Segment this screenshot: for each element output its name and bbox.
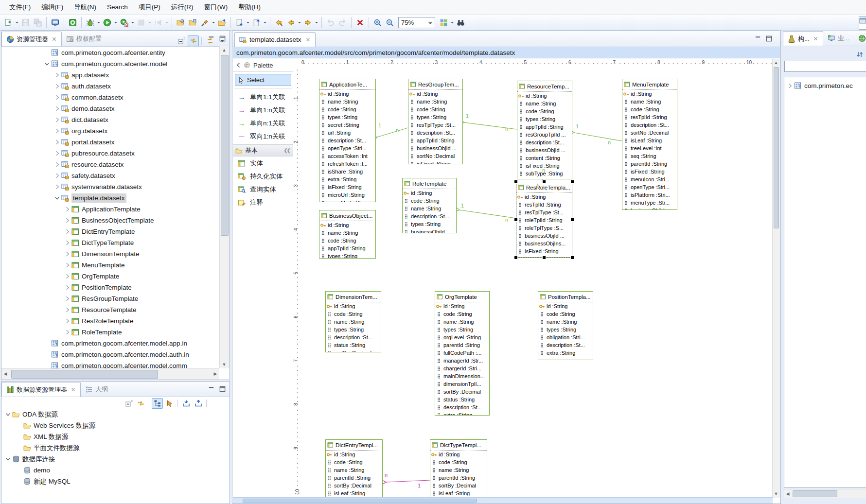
entity-header[interactable]: ResourceTemp... <box>517 81 572 92</box>
entity-field[interactable]: sortBy :Decimal <box>435 388 489 396</box>
chevron-closed-icon[interactable] <box>53 94 61 101</box>
entity-field[interactable]: businessObjId <box>622 207 677 210</box>
selection-handle[interactable] <box>542 256 546 260</box>
palette-tool-注释[interactable]: 注释 <box>233 196 293 209</box>
run-button[interactable] <box>102 17 113 28</box>
entity-field[interactable]: code :String <box>430 458 487 466</box>
tree-item[interactable]: RoleTemplate <box>64 327 122 338</box>
entity-business-object-template[interactable]: BusinessObject...id :Stringname :Stringc… <box>319 210 376 259</box>
entity-field[interactable]: microUrl :String <box>319 191 375 199</box>
tree-item[interactable]: demo.datasetx <box>53 103 115 114</box>
palette-tool-单向n:1关联[interactable]: →单向n:1关联 <box>233 117 293 130</box>
entity-field[interactable]: menuType :Str... <box>622 199 677 207</box>
tree-item[interactable]: ODA 数据源 <box>4 409 58 420</box>
chevron-closed-icon[interactable] <box>53 183 61 191</box>
entity-field[interactable]: parentId :String <box>435 341 489 349</box>
menu-item[interactable]: 文件(F) <box>4 0 36 14</box>
tree-item[interactable]: XML 数据源 <box>16 431 69 442</box>
tree-item[interactable]: ?com.primeton.gocom.afcenter.model <box>43 58 167 70</box>
tree-item[interactable]: common.datasetx <box>53 92 124 103</box>
entity-org-template[interactable]: OrgTemplateid :Stringcode :Stringname :S… <box>435 291 490 416</box>
tree-item[interactable]: ?com.primeton.gocom.afcenter.entity <box>43 47 165 58</box>
entity-field[interactable]: name :String <box>326 318 381 326</box>
tree-item[interactable]: ApplicationTemplate <box>64 204 141 215</box>
entity-field[interactable]: id :String <box>516 193 572 201</box>
entity-field[interactable]: secret :String <box>319 121 375 129</box>
scrollbar-thumb[interactable] <box>774 67 779 228</box>
entity-field[interactable]: sortBy :Decimal <box>326 482 382 489</box>
entity-field[interactable]: id :String <box>326 302 381 310</box>
tree-item[interactable]: ResRoleTemplate <box>64 315 134 327</box>
collapse-all-button[interactable] <box>176 35 187 46</box>
entity-field[interactable]: types :String <box>435 326 489 333</box>
tree-item[interactable]: systemvariable.datasetx <box>53 181 142 192</box>
chevron-open-icon[interactable] <box>53 194 61 202</box>
chevron-down-icon[interactable] <box>428 22 432 26</box>
entity-field[interactable]: dimensionTplI... <box>435 380 489 388</box>
export-folder-button[interactable] <box>216 17 228 28</box>
scroll-up-icon[interactable]: ▲ <box>220 46 228 54</box>
chevron-closed-icon[interactable] <box>64 250 71 258</box>
new-wizard-button[interactable] <box>3 17 14 28</box>
tree-item[interactable]: ?com.primeton.gocom.afcenter.model.comm <box>43 360 187 368</box>
entity-header[interactable]: DimensionTem... <box>326 292 381 302</box>
menu-item[interactable]: 运行(R) <box>166 0 199 14</box>
entity-field[interactable]: sortBy :Decimal <box>430 482 487 489</box>
entity-field[interactable]: name :String <box>403 205 456 212</box>
right-horizontal-scrollbar[interactable]: ◀ <box>784 489 866 498</box>
entity-dict-entry-template[interactable]: DictEntryTempl...id :Stringcode :Stringn… <box>325 439 383 499</box>
tab-globe[interactable] <box>854 31 866 46</box>
chevron-closed-icon[interactable] <box>64 295 71 302</box>
entity-field[interactable]: id :String <box>319 90 375 98</box>
tree-item[interactable]: BusinessObjectTemplate <box>64 215 154 226</box>
open-resource-button[interactable] <box>175 17 186 28</box>
tree-item[interactable]: ?com.primeton.gocom.afcenter.model.auth.… <box>43 349 189 360</box>
run-coverage-button[interactable]: Q <box>119 17 130 28</box>
tree-item[interactable]: 平面文件数据源 <box>16 442 80 453</box>
entity-field[interactable]: resTplType :St... <box>408 121 462 129</box>
entity-header[interactable]: DictTypeTempl... <box>430 440 487 451</box>
entity-resource-template[interactable]: ResourceTemp...id :Stringname :Stringcod… <box>517 81 572 179</box>
entity-field[interactable]: url :String <box>319 129 375 137</box>
collapse-palette-icon[interactable] <box>235 62 241 69</box>
canvas-vertical-scrollbar[interactable]: ▲ ▼ <box>772 59 780 498</box>
entity-field[interactable]: parentId :String <box>430 474 487 482</box>
entity-field[interactable]: resTplType :St... <box>516 209 572 216</box>
entity-field[interactable]: resTplId :String <box>516 201 572 209</box>
chevron-open-icon[interactable] <box>4 411 12 418</box>
tree-item[interactable]: portal.datasetx <box>53 137 115 148</box>
entity-field[interactable]: name :String <box>622 98 677 105</box>
entity-field[interactable]: code :String <box>435 310 489 318</box>
entity-field[interactable]: seq :String <box>622 152 677 160</box>
entity-field[interactable]: id :String <box>319 221 375 229</box>
entity-field[interactable]: parentId :String <box>326 474 382 482</box>
entity-field[interactable]: types :String <box>319 252 375 259</box>
maximize-icon[interactable] <box>765 35 773 42</box>
tree-item[interactable]: ?com.primeton.gocom.afcenter.model.app.i… <box>43 338 187 349</box>
scroll-down-icon[interactable]: ▼ <box>772 490 780 498</box>
tab-business[interactable]: 业... <box>823 31 854 46</box>
chevron-closed-icon[interactable] <box>53 116 61 123</box>
menu-item[interactable]: 帮助(H) <box>233 0 266 14</box>
chevron-closed-icon[interactable] <box>64 284 71 291</box>
entity-field[interactable]: code :String <box>319 237 375 244</box>
entity-field[interactable]: treeLevel :Int <box>622 144 677 152</box>
entity-header[interactable]: ApplicationTe... <box>319 79 375 90</box>
tree-item[interactable]: ? com.primeton.ec <box>786 80 853 91</box>
entity-field[interactable]: description :St... <box>435 403 489 411</box>
entity-field[interactable]: content :String <box>517 154 572 162</box>
entity-field[interactable]: openType :Stri... <box>319 144 375 152</box>
console-button[interactable] <box>50 17 61 28</box>
entity-field[interactable]: appTplId :String <box>408 137 462 144</box>
entity-field[interactable]: code :String <box>538 310 593 318</box>
filter-input[interactable] <box>784 61 866 72</box>
scrollbar-thumb[interactable] <box>11 370 158 379</box>
entity-field[interactable]: id :String <box>622 90 677 98</box>
save-all-button[interactable] <box>32 17 43 28</box>
tab-outline[interactable]: 大纲 <box>81 382 112 397</box>
palette-tool-双向1:n关联[interactable]: ─双向1:n关联 <box>233 130 293 143</box>
entity-field[interactable]: id :String <box>326 451 382 458</box>
entity-field[interactable]: code :String <box>326 310 381 318</box>
tree-item[interactable]: ResourceTemplate <box>64 304 137 315</box>
relationship-line[interactable] <box>377 128 408 137</box>
